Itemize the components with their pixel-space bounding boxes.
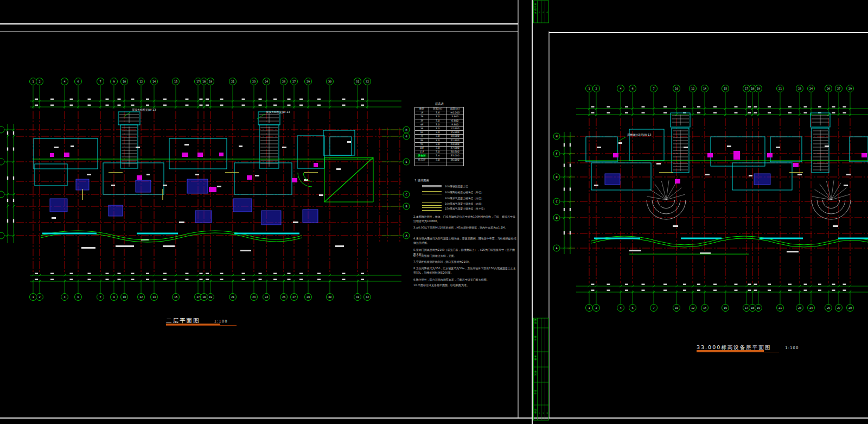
svg-text:26: 26 <box>827 87 830 90</box>
right-title-underline-thin <box>697 352 779 352</box>
svg-text:24: 24 <box>265 80 268 83</box>
svg-text:1: 1 <box>588 87 590 90</box>
note-line-2: 2.本图除注明外，墙体、门垛及轴线定位尺寸均为100MM的倍数，门垛、窗垛尺寸未… <box>413 215 518 223</box>
floor-table-row: 9F3.024.600 <box>415 142 464 146</box>
floor-table-title: 层高表 <box>414 102 464 106</box>
svg-text:21: 21 <box>778 306 782 309</box>
svg-text:21: 21 <box>231 80 234 83</box>
floor-table-cell: 3.0 <box>429 123 446 126</box>
floor-table-cell: 18.600 <box>446 135 464 138</box>
svg-text:2: 2 <box>39 80 40 83</box>
svg-text:C: C <box>556 200 557 203</box>
floor-table-cell: 3.0 <box>429 142 446 146</box>
svg-text:29: 29 <box>848 87 852 90</box>
svg-text:6: 6 <box>631 306 633 309</box>
floor-table-cell: 4F <box>415 123 429 126</box>
svg-text:7: 7 <box>99 295 101 299</box>
floor-table-row: 5F3.012.600 <box>415 127 464 131</box>
svg-text:14: 14 <box>703 87 706 90</box>
svg-text:B: B <box>405 205 407 208</box>
floor-table-cell: 12.600 <box>446 127 464 131</box>
svg-text:B: B <box>556 216 557 219</box>
floor-table-cell: 21.600 <box>446 138 464 142</box>
svg-text:21: 21 <box>778 87 782 90</box>
svg-text:F: F <box>556 152 557 155</box>
svg-text:6: 6 <box>77 80 79 83</box>
svg-text:31: 31 <box>356 295 359 299</box>
floor-table-row: 11F3.030.600 <box>415 150 464 154</box>
note-line-10: 10.平面标注详见各层平面图，以结构图为准。 <box>413 283 518 288</box>
svg-text:14: 14 <box>152 295 156 299</box>
left-title-underline-thin <box>166 325 237 326</box>
right-plan-annotation-1: 屋面做法详见JW-13 <box>627 133 651 136</box>
svg-text:32: 32 <box>366 80 369 83</box>
svg-text:12: 12 <box>139 295 143 299</box>
floor-table-header-cell: 层高(m) <box>429 107 446 111</box>
note-line-9: 9.除注明外，阳台与室内均有高差，门窗尺寸详见门窗大样图。 <box>413 278 518 282</box>
svg-text:7: 7 <box>99 80 101 83</box>
legend-label: 200厚钢筋混凝土墙 <box>445 185 468 188</box>
left-plan: 1246791012141517181921232426272930313212… <box>0 78 410 301</box>
floor-table-header-cell: 楼层 <box>415 107 429 111</box>
floor-table-cell: ±0.000 <box>446 111 464 115</box>
floor-table-row: 2F3.03.600 <box>415 115 464 119</box>
floor-table-cell: 3F <box>415 119 429 123</box>
note-line-3: 3.±0.00以下采用MU10页岩标砖，M5水泥砂浆砌筑，室内外高差为±1.1M… <box>413 226 518 230</box>
floor-table-cell: 3.6 <box>429 111 446 115</box>
left-plan-title-text: 二层平面图 <box>166 317 200 324</box>
svg-text:27: 27 <box>292 295 296 299</box>
floor-table-cell: 设备层 <box>415 154 429 158</box>
floor-table-row: 1F3.6±0.000 <box>415 111 464 115</box>
left-plan-annotation-1: 屋顶大样图见JW-13 <box>132 108 156 111</box>
floor-table-row: 4F3.09.600 <box>415 123 464 126</box>
svg-text:4: 4 <box>620 87 621 90</box>
floor-table-cell: 3.0 <box>429 119 446 123</box>
svg-text:24: 24 <box>809 87 813 90</box>
svg-text:7: 7 <box>653 306 654 309</box>
svg-text:号: 号 <box>534 11 537 14</box>
svg-text:别: 别 <box>534 321 537 325</box>
svg-text:18: 18 <box>751 87 754 90</box>
svg-text:7: 7 <box>653 87 654 90</box>
svg-text:17: 17 <box>196 80 200 83</box>
svg-text:H: H <box>556 135 557 138</box>
floor-table-cell: 33.000 <box>446 154 464 158</box>
svg-text:6: 6 <box>631 87 633 90</box>
legend-swatch-solid <box>422 185 442 187</box>
note-line-8: 8.卫生间降板均为350，汇水坡度均为5‰，卫生间墙体下部设150高现浇混凝土止… <box>413 267 518 275</box>
svg-text:15: 15 <box>724 306 727 309</box>
floor-table-row <box>415 162 464 166</box>
svg-text:23: 23 <box>252 295 256 299</box>
svg-text:17: 17 <box>745 87 748 90</box>
floor-table-cell: 3.0 <box>429 131 446 135</box>
legend-label: 200厚陶粒砼空心砌块墙（外墙） <box>445 191 484 194</box>
floor-table-cell: 10F <box>415 147 429 150</box>
svg-text:18: 18 <box>202 80 206 83</box>
floor-table-cell <box>429 162 446 166</box>
svg-text:12: 12 <box>139 80 143 83</box>
svg-text:12: 12 <box>691 87 694 90</box>
floor-table-row: 7F3.018.600 <box>415 135 464 138</box>
note-line-4: 4.未注明内隔墙均为加气混凝土砌块墙，厚度见图例，隔墙居中布置，与柱相接处拉结做… <box>413 237 518 245</box>
svg-text:29: 29 <box>848 306 852 309</box>
floor-table-row: 设备层2.433.000 <box>415 154 464 158</box>
svg-text:14: 14 <box>703 306 706 309</box>
svg-text:1: 1 <box>32 295 34 299</box>
floor-table-cell: 2.4 <box>429 154 446 158</box>
svg-text:15: 15 <box>174 80 177 83</box>
svg-text:对: 对 <box>534 373 537 376</box>
floor-table-cell: 3.0 <box>429 147 446 150</box>
svg-text:2: 2 <box>39 295 40 299</box>
svg-text:10: 10 <box>675 87 678 90</box>
svg-text:4: 4 <box>63 295 65 299</box>
floor-table-cell: 3.0 <box>429 135 446 138</box>
svg-text:23: 23 <box>798 306 801 309</box>
svg-text:23: 23 <box>798 87 801 90</box>
svg-text:29: 29 <box>307 80 310 83</box>
floor-table-cell: 36.000 <box>446 158 464 162</box>
svg-text:30: 30 <box>328 295 331 299</box>
floor-table-header-row: 楼层层高(m)标高(m) <box>415 107 464 111</box>
svg-text:23: 23 <box>252 80 256 83</box>
floor-table-cell <box>415 162 429 166</box>
svg-text:10: 10 <box>123 295 126 299</box>
